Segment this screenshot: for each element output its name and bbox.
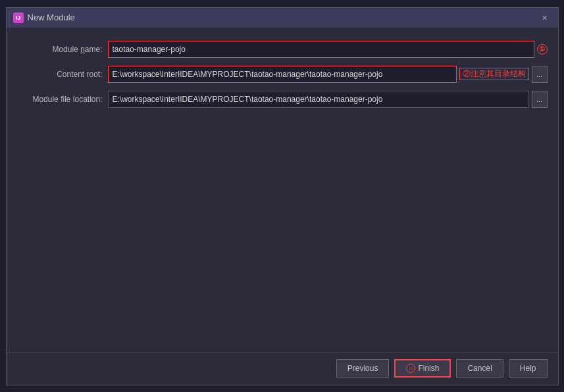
dialog-footer: Previous ○ Finish Cancel Help [7, 352, 558, 385]
module-name-info-icon[interactable]: ① [537, 44, 548, 55]
module-file-row: Module file location: ... [17, 91, 548, 108]
dialog-content: Module name: ① Content root: ②注意其目录结构 ..… [7, 28, 558, 352]
module-name-row: Module name: ① [17, 41, 548, 58]
module-name-input[interactable] [108, 41, 534, 58]
module-name-label: Module name: [17, 45, 103, 54]
previous-button[interactable]: Previous [336, 359, 390, 378]
content-root-label: Content root: [17, 70, 103, 79]
main-empty-area [17, 116, 548, 339]
module-name-input-wrapper: ① [108, 41, 548, 58]
content-root-browse-button[interactable]: ... [532, 66, 548, 83]
close-button[interactable]: × [538, 11, 551, 24]
cancel-button[interactable]: Cancel [456, 359, 503, 378]
module-file-label: Module file location: [17, 95, 103, 104]
finish-button[interactable]: ○ Finish [394, 359, 451, 378]
module-file-input-wrapper: ... [108, 91, 548, 108]
new-module-dialog: IJ New Module × Module name: ① Content r… [6, 7, 559, 385]
app-icon: IJ [13, 12, 24, 23]
content-root-input-wrapper: ②注意其目录结构 ... [108, 66, 548, 83]
help-button[interactable]: Help [509, 359, 548, 378]
content-root-row: Content root: ②注意其目录结构 ... [17, 66, 548, 83]
title-bar-left: IJ New Module [13, 12, 75, 23]
title-bar: IJ New Module × [7, 8, 558, 28]
module-file-browse-button[interactable]: ... [532, 91, 548, 108]
content-root-annotation: ②注意其目录结构 [459, 68, 529, 80]
module-file-input[interactable] [108, 91, 529, 108]
dialog-title: New Module [28, 12, 75, 22]
content-root-input[interactable] [108, 66, 457, 83]
finish-icon: ○ [406, 364, 415, 373]
